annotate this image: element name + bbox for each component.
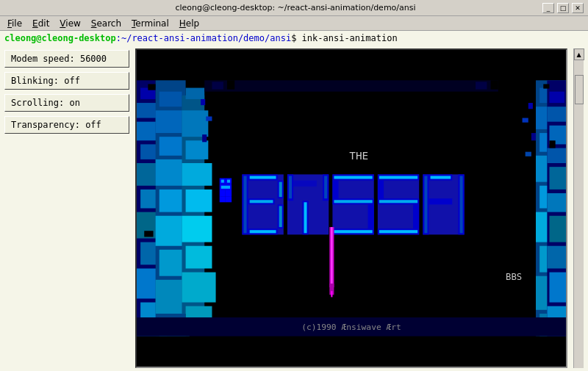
svg-rect-85 [293,181,317,187]
scrollbar-up-arrow[interactable]: ▲ [574,48,584,60]
svg-rect-80 [279,182,282,197]
transparency-button[interactable]: Transparency: off [4,116,129,134]
menu-file[interactable]: File [3,18,26,29]
svg-rect-125 [227,80,234,89]
svg-rect-97 [334,200,372,203]
svg-rect-51 [547,246,566,269]
svg-rect-98 [334,230,372,233]
svg-rect-67 [227,180,230,183]
svg-rect-79 [250,230,276,233]
svg-rect-77 [250,176,276,179]
window-controls: _ □ ✕ [542,3,584,13]
close-button[interactable]: ✕ [572,3,584,13]
menu-edit[interactable]: Edit [28,18,54,29]
svg-rect-65 [226,196,232,202]
ansi-art: THE [137,50,566,367]
prompt-cmd: $ ink-ansi-animation [291,33,398,43]
svg-rect-55 [543,84,549,88]
svg-rect-44 [549,92,564,103]
main-content: Modem speed: 56000 Blinking: off Scrolli… [0,46,588,371]
svg-rect-54 [148,84,155,90]
svg-rect-124 [212,82,223,89]
svg-rect-94 [332,181,338,199]
window-title: cleong@cleong-desktop: ~/react-ansi-anim… [49,3,542,12]
svg-rect-63 [226,190,232,196]
svg-rect-107 [379,230,417,233]
modem-speed-button[interactable]: Modem speed: 56000 [4,50,129,68]
svg-rect-112 [429,198,453,204]
svg-rect-130 [531,133,536,140]
svg-rect-132 [201,99,205,105]
command-line: cleong@cleong-desktop :~/react-ansi-anim… [0,31,588,46]
svg-rect-14 [159,92,182,107]
menu-help[interactable]: Help [175,18,204,29]
svg-rect-50 [549,216,566,242]
menu-terminal[interactable]: Terminal [127,18,173,29]
svg-rect-49 [547,193,566,212]
title-bar: cleong@cleong-desktop: ~/react-ansi-anim… [0,0,588,16]
blinking-button[interactable]: Blinking: off [4,72,129,90]
svg-rect-96 [334,176,372,179]
svg-rect-87 [289,176,292,198]
svg-rect-62 [220,190,226,196]
svg-rect-78 [250,200,273,203]
prompt-user: cleong@cleong-desktop [4,33,116,43]
svg-text:BBS: BBS [506,272,522,282]
svg-rect-105 [379,176,417,179]
svg-rect-66 [221,180,224,183]
svg-rect-47 [547,148,566,163]
svg-rect-76 [243,176,246,233]
menu-search[interactable]: Search [87,18,126,29]
scrollbar[interactable]: ▲ [573,48,584,368]
menu-bar: File Edit View Search Terminal Help [0,16,588,31]
svg-rect-25 [182,110,208,137]
svg-rect-126 [476,82,487,89]
svg-rect-16 [159,137,186,156]
svg-rect-134 [202,134,207,142]
minimize-button[interactable]: _ [542,3,554,13]
svg-rect-56 [549,140,555,148]
scrolling-button[interactable]: Scrolling: on [4,94,129,112]
svg-rect-48 [549,167,566,190]
svg-rect-45 [547,107,566,121]
svg-rect-30 [186,246,212,269]
svg-rect-81 [279,206,282,227]
svg-rect-119 [331,291,332,297]
svg-rect-106 [379,200,417,203]
svg-rect-27 [182,163,212,186]
svg-rect-95 [368,204,374,228]
svg-rect-123 [204,80,498,91]
svg-rect-104 [413,204,419,228]
svg-rect-64 [220,196,226,202]
svg-rect-113 [424,176,427,233]
terminal-container: cleong@cleong-desktop :~/react-ansi-anim… [0,31,588,371]
svg-rect-29 [182,216,212,242]
svg-rect-103 [378,181,384,199]
svg-rect-68 [221,186,230,189]
svg-rect-127 [491,80,498,89]
svg-rect-89 [304,202,306,233]
svg-rect-15 [156,110,186,133]
menu-view[interactable]: View [55,18,85,29]
svg-rect-117 [331,227,332,287]
svg-rect-131 [526,152,531,156]
svg-rect-128 [528,103,533,109]
svg-rect-114 [460,176,463,233]
svg-rect-28 [186,190,212,212]
svg-rect-88 [324,176,327,198]
svg-rect-57 [144,231,153,237]
svg-rect-129 [523,118,528,123]
svg-rect-24 [186,88,205,99]
ansi-display: THE [135,48,567,368]
svg-text:(c)1990 Ænsiwave Ært: (c)1990 Ænsiwave Ært [301,323,401,332]
controls-panel: Modem speed: 56000 Blinking: off Scrolli… [4,48,129,368]
svg-rect-26 [186,140,209,159]
svg-rect-133 [206,117,212,121]
svg-text:THE: THE [349,150,368,162]
svg-rect-115 [431,176,451,179]
scrollbar-thumb[interactable] [575,75,584,104]
svg-rect-52 [549,273,566,303]
svg-rect-31 [182,273,215,303]
maximize-button[interactable]: □ [557,3,569,13]
prompt-path: :~/react-ansi-animation/demo/ansi [116,33,291,43]
